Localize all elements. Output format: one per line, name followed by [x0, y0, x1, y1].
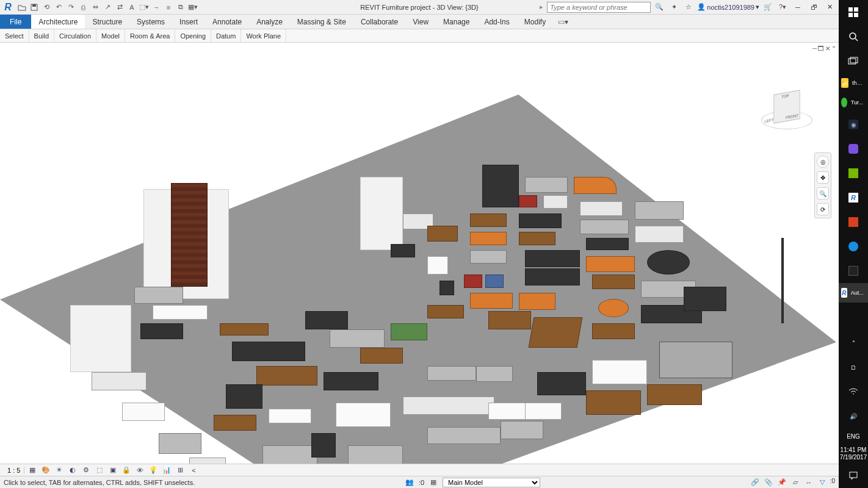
tray-battery-icon[interactable]: 🗋 [839, 355, 868, 379]
visual-style-icon[interactable]: 🎨 [40, 465, 51, 475]
panel-circulation[interactable]: Circulation [54, 29, 96, 42]
sun-path-icon[interactable]: ☀ [54, 465, 65, 475]
select-face-icon[interactable]: ▱ [790, 478, 801, 487]
switch-windows-icon[interactable]: ▦▾ [187, 1, 199, 13]
taskbar-teamviewer[interactable] [839, 234, 868, 259]
panel-work-plane[interactable]: Work Plane [241, 29, 286, 42]
dimension-icon[interactable]: ↗ [101, 1, 114, 13]
taskbar-app[interactable] [839, 259, 868, 283]
view-scale[interactable]: 1 : 5 [4, 467, 24, 474]
tab-structure[interactable]: Structure [85, 15, 129, 29]
taskview-icon[interactable] [839, 49, 868, 73]
taskbar-search-icon[interactable] [839, 24, 868, 49]
print-icon[interactable]: ⎙ [77, 1, 89, 13]
detail-level-icon[interactable]: ▦ [27, 465, 38, 475]
open-icon[interactable] [16, 1, 28, 13]
ribbon-options-icon[interactable]: ▭▾ [553, 15, 573, 29]
taskbar-autocad[interactable] [839, 210, 868, 234]
rendering-icon[interactable]: ⚙ [81, 465, 92, 475]
measure-icon[interactable]: ⇔ [89, 1, 101, 13]
3d-icon[interactable]: ⬚▾ [138, 1, 150, 13]
pan-icon[interactable]: ✥ [817, 171, 829, 184]
tab-systems[interactable]: Systems [129, 15, 172, 29]
taskbar-turbosquid[interactable]: Tur... [839, 93, 868, 112]
subscription-icon[interactable]: ✦ [668, 1, 680, 13]
design-options-select[interactable]: Main Model [443, 478, 540, 487]
panel-select[interactable]: Select [0, 29, 29, 42]
shadows-icon[interactable]: ◐ [67, 465, 78, 475]
taskbar-steam[interactable]: ◉ [839, 112, 868, 137]
reveal-hidden-icon[interactable]: 💡 [148, 465, 159, 475]
worksets-icon[interactable]: 👥 [404, 478, 415, 487]
orbit-icon[interactable]: ⟳ [817, 203, 829, 215]
tab-massing-site[interactable]: Massing & Site [290, 15, 353, 29]
panel-model[interactable]: Model [96, 29, 125, 42]
vp-close-icon[interactable]: ✕ [825, 45, 830, 52]
panel-build[interactable]: Build [29, 29, 54, 42]
redo-icon[interactable]: ↷ [65, 1, 77, 13]
analytical-icon[interactable]: ⊞ [175, 465, 186, 475]
tab-add-ins[interactable]: Add-Ins [477, 15, 516, 29]
select-links-icon[interactable]: 🔗 [750, 478, 761, 487]
select-pinned-icon[interactable]: 📌 [776, 478, 787, 487]
close-button[interactable]: ✕ [823, 1, 836, 13]
restore-button[interactable]: 🗗 [807, 1, 820, 13]
3d-viewport[interactable]: ─ 🗖 ✕ ⌃ [0, 43, 839, 476]
tray-wifi-icon[interactable] [839, 379, 868, 404]
panel-datum[interactable]: Datum [211, 29, 241, 42]
crop-view-icon[interactable]: ⬚ [94, 465, 105, 475]
tab-collaborate[interactable]: Collaborate [353, 15, 405, 29]
file-tab[interactable]: File [0, 15, 31, 29]
zoom-icon[interactable]: 🔍 [817, 187, 829, 199]
tab-view[interactable]: View [405, 15, 436, 29]
text-icon[interactable]: A [126, 1, 138, 13]
tab-insert[interactable]: Insert [172, 15, 205, 29]
tray-language[interactable]: ENG [839, 428, 868, 444]
taskbar-viber[interactable] [839, 137, 868, 161]
panel-room-area[interactable]: Room & Area [125, 29, 175, 42]
vp-max-icon[interactable]: 🗖 [818, 45, 824, 52]
section-icon[interactable]: → [150, 1, 162, 13]
minimize-button[interactable]: ─ [791, 1, 805, 13]
search-input[interactable] [547, 2, 651, 13]
windows-start-icon[interactable] [839, 0, 868, 24]
reveal-constraints-icon[interactable]: < [188, 465, 199, 475]
temp-hide-icon[interactable]: 👁 [134, 465, 145, 475]
exchange-apps-icon[interactable]: 🛒 [762, 1, 774, 13]
search-go-icon[interactable]: 🔍 [653, 1, 665, 13]
favorite-icon[interactable]: ☆ [682, 1, 695, 13]
taskbar-revit-active[interactable]: RAut... [839, 283, 868, 303]
tab-architecture[interactable]: Architecture [31, 15, 85, 29]
taskbar-clock[interactable]: 11:41 PM 7/19/2017 [839, 444, 868, 464]
undo-icon[interactable]: ↶ [52, 1, 65, 13]
tab-analyze[interactable]: Analyze [249, 15, 290, 29]
panel-opening[interactable]: Opening [175, 29, 211, 42]
tray-chevron-up-icon[interactable]: ˄ [839, 331, 868, 355]
help-icon[interactable]: ?▾ [776, 1, 789, 13]
editable-only-icon[interactable]: ▦ [428, 478, 439, 487]
crop-region-icon[interactable]: ▣ [107, 465, 118, 475]
vp-min-icon[interactable]: ─ [812, 45, 817, 52]
tray-volume-icon[interactable]: 🔊 [839, 404, 868, 428]
tab-modify[interactable]: Modify [517, 15, 553, 29]
steering-wheel-icon[interactable]: ◎ [817, 156, 829, 168]
lock-view-icon[interactable]: 🔒 [121, 465, 132, 475]
view-cube[interactable]: TOP FRONT LEFT [759, 79, 814, 134]
drag-elements-icon[interactable]: ↔ [803, 478, 814, 487]
select-underlay-icon[interactable]: 📎 [763, 478, 774, 487]
close-hidden-icon[interactable]: ⧉ [175, 1, 187, 13]
align-icon[interactable]: ⇄ [114, 1, 126, 13]
tab-manage[interactable]: Manage [436, 15, 477, 29]
taskbar-folder[interactable]: 📁thu ... [839, 73, 868, 93]
save-icon[interactable] [28, 1, 40, 13]
filter-icon[interactable]: ▽ [817, 478, 828, 487]
thinlines-icon[interactable]: ≡ [162, 1, 175, 13]
tab-annotate[interactable]: Annotate [205, 15, 249, 29]
action-center-icon[interactable] [839, 464, 868, 488]
vp-expand-icon[interactable]: ⌃ [831, 45, 836, 52]
taskbar-nvidia[interactable] [839, 161, 868, 185]
taskbar-revit[interactable]: R [839, 185, 868, 210]
user-account[interactable]: 👤 noctis21091989 ▾ [697, 3, 759, 11]
worksharing-icon[interactable]: 📊 [161, 465, 172, 475]
sync-icon[interactable]: ⟲ [40, 1, 52, 13]
